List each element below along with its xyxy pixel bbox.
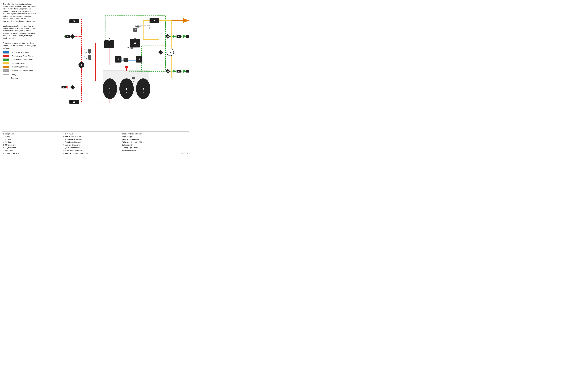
legend-dash: -	[11, 66, 11, 68]
svg-point-96	[88, 57, 91, 60]
left-panel: This schematic describes the air brake s…	[2, 2, 38, 131]
legend-operation-line: Operation	[3, 77, 37, 79]
parts-item: 1 Compressor	[3, 133, 59, 135]
svg-point-101	[136, 26, 137, 27]
parts-item: 13 Manifold Dash Valve	[63, 144, 119, 146]
legend-color-0	[3, 51, 9, 54]
svg-text:17: 17	[83, 49, 85, 51]
legend-item-5: - Trailer Hand Control Circuit	[3, 69, 37, 72]
parts-col-1: 1 Compressor2 Governor3 Air Dryer4 Wet T…	[3, 133, 59, 155]
parts-item: 9 Relay Valve	[63, 133, 119, 135]
parts-item: 6 A System Tank	[3, 147, 59, 149]
svg-text:3: 3	[139, 58, 140, 60]
svg-text:+: +	[126, 92, 127, 93]
svg-text:1: 1	[118, 58, 119, 60]
svg-text:8: 8	[81, 67, 82, 69]
svg-text:5: 5	[126, 87, 127, 90]
svg-text:18: 18	[85, 51, 87, 53]
legend-item-1: - Front Service Brake Circuit	[3, 55, 37, 58]
svg-text:12: 12	[73, 101, 75, 103]
svg-text:21: 21	[127, 47, 129, 48]
schematic-svg: 7 13 1 2 3 4 + 5 +	[38, 2, 189, 131]
parts-item: 22 Stoplight Switch	[122, 149, 178, 152]
svg-text:+: +	[109, 92, 110, 93]
svg-text:9: 9	[170, 51, 171, 54]
legend-dash: -	[11, 58, 11, 61]
legend-item-2: - Rear Service Brake Circuit	[3, 58, 37, 61]
description-text: This schematic describes the air brake s…	[3, 3, 37, 49]
schematic-wrapper: 7 13 1 2 3 4 + 5 +	[38, 2, 189, 131]
parts-item: 20 Pressure Protection Valve	[122, 141, 178, 144]
svg-text:20: 20	[133, 80, 135, 82]
parts-item: 7 Foot Valve	[3, 149, 59, 152]
legend-label-3: Parking Brake Circuit	[12, 62, 28, 65]
svg-text:13: 13	[134, 38, 136, 40]
desc-line3: Colors are to current standard ( see lis…	[3, 42, 37, 49]
legend-dash: -	[11, 62, 11, 65]
svg-text:22: 22	[139, 26, 141, 28]
legend-label-1: Front Service Brake Circuit	[12, 55, 33, 58]
svg-text:4: 4	[109, 87, 111, 90]
solid-line-icon	[3, 75, 9, 75]
svg-text:7: 7	[108, 42, 110, 45]
svg-text:11: 11	[188, 36, 189, 37]
line-legend: Supply Operation	[3, 73, 37, 79]
parts-item: 2 Governor	[3, 135, 59, 138]
parts-item: 12 Front Brake Chamber	[63, 141, 119, 144]
dashed-line-icon	[3, 78, 9, 78]
legend-color-5	[3, 69, 9, 72]
parts-item: 5 B System Tank	[3, 144, 59, 146]
svg-text:8: 8	[81, 64, 82, 66]
svg-text:14: 14	[160, 51, 161, 53]
svg-text:15: 15	[134, 29, 136, 30]
desc-line1: This schematic describes the air brake s…	[3, 3, 37, 22]
svg-text:17: 17	[83, 56, 85, 58]
legend-color-2	[3, 59, 9, 61]
svg-rect-107	[132, 77, 135, 79]
svg-text:10: 10	[167, 71, 169, 72]
legend-color-3	[3, 62, 9, 64]
legend-label-5: Trailer Hand Control Circuit	[12, 69, 33, 72]
svg-text:2: 2	[125, 59, 126, 61]
svg-text:18: 18	[85, 58, 87, 59]
version-tag: V560228	[181, 152, 188, 155]
svg-text:10: 10	[72, 36, 73, 37]
svg-text:+: +	[143, 92, 144, 93]
legend-item-0: - Supply System Circuit	[3, 51, 37, 54]
parts-item: 4 Wet Tank	[3, 141, 59, 144]
parts-col-3: 17 Low Air Pressure Switch18 Air Gauge19…	[122, 133, 178, 155]
legend-color-1	[3, 55, 9, 57]
parts-item: 15 Trailer Hand Brake Valve	[63, 149, 119, 152]
svg-text:10: 10	[72, 86, 73, 88]
legend-dash: -	[11, 51, 11, 54]
parts-item: 8 Quick Release Valve	[3, 152, 59, 155]
parts-item: 18 Air Gauge	[122, 135, 178, 138]
parts-item: Running Light Switch	[122, 147, 178, 149]
svg-text:6: 6	[143, 87, 144, 90]
legend-dash: -	[11, 69, 11, 72]
main-container: This schematic describes the air brake s…	[2, 2, 189, 131]
svg-rect-105	[125, 66, 128, 68]
legend-label-0: Supply System Circuit	[12, 51, 29, 54]
svg-text:12: 12	[73, 20, 75, 22]
legend-color-4	[3, 66, 9, 68]
legend-dash: -	[11, 55, 11, 58]
svg-text:12: 12	[63, 87, 65, 88]
legend-label-2: Rear Service Brake Circuit	[12, 58, 33, 61]
svg-point-94	[88, 50, 91, 54]
legend-item-4: - Trailer Supply Circuit	[3, 66, 37, 68]
svg-rect-112	[136, 26, 139, 28]
svg-text:11: 11	[67, 36, 69, 37]
svg-rect-109	[130, 47, 133, 48]
svg-text:10: 10	[167, 36, 169, 37]
legend-supply-line: Supply	[3, 73, 37, 76]
legend-item-3: - Parking Brake Circuit	[3, 62, 37, 65]
svg-text:11: 11	[178, 36, 180, 37]
svg-text:16: 16	[153, 20, 156, 22]
parts-item: 14 Quick Release Valve	[63, 147, 119, 149]
parts-item: 3 Air Dryer	[3, 138, 59, 141]
legend-label-4: Trailer Supply Circuit	[12, 66, 28, 68]
operation-label: Operation	[11, 77, 18, 79]
parts-item: 21 Park/Daytime	[122, 144, 178, 146]
parts-item: 17 Low Air Pressure Switch	[122, 133, 178, 135]
